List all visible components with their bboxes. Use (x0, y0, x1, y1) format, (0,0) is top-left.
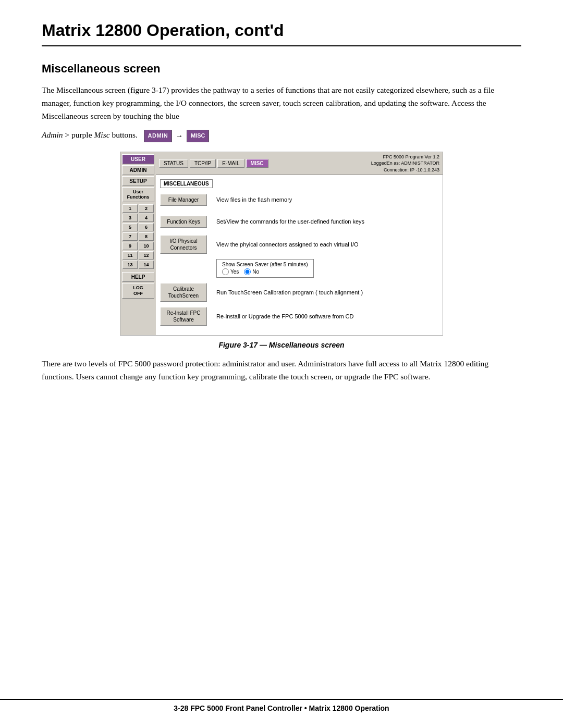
screensaver-yes-radio[interactable] (222, 268, 229, 275)
screensaver-radio-group: Yes No (222, 268, 308, 275)
screensaver-no-option[interactable]: No (244, 268, 259, 275)
num-btn-2[interactable]: 2 (139, 204, 154, 213)
file-manager-description: View files in the flash memory (216, 196, 292, 203)
tab-status[interactable]: STATUS (159, 159, 188, 168)
sidebar-user-functions-button[interactable]: UserFunctions (122, 187, 154, 203)
sidebar-setup-button[interactable]: SETUP (122, 176, 154, 186)
body-end-text: buttons. (110, 130, 138, 139)
num-btn-12[interactable]: 12 (139, 251, 154, 260)
num-btn-3[interactable]: 3 (123, 214, 138, 222)
function-keys-row: Function Keys Set/View the commands for … (160, 213, 438, 230)
sidebar-numpad: 1 2 3 4 5 6 7 8 9 10 11 12 13 14 (120, 203, 156, 270)
num-btn-4[interactable]: 4 (139, 214, 154, 222)
calibrate-row: CalibrateTouchScreen Run TouchScreen Cal… (160, 283, 438, 302)
sidebar-help-button[interactable]: HELP (122, 272, 154, 282)
num-btn-1[interactable]: 1 (123, 204, 138, 213)
admin-italic-text: Admin (42, 130, 63, 139)
body-paragraph-1: The Miscellaneous screen (figure 3-17) p… (42, 84, 521, 122)
page-title: Matrix 12800 Operation, cont'd (42, 21, 521, 46)
reinstall-row: Re-Install FPCSoftware Re-install or Upg… (160, 307, 438, 326)
misc-italic-text: Misc (94, 130, 109, 139)
win-tab-bar: STATUS TCP/IP E-MAIL MISC FPC 5000 Progr… (156, 152, 443, 176)
num-btn-6[interactable]: 6 (139, 223, 154, 231)
tab-email[interactable]: E-MAIL (217, 159, 244, 168)
reinstall-description: Re-install or Upgrade the FPC 5000 softw… (216, 313, 354, 319)
num-btn-9[interactable]: 9 (123, 242, 138, 250)
arrow-icon: → (176, 130, 183, 142)
section-title: Miscellaneous screen (42, 62, 521, 76)
admin-button-indicator: ADMIN (144, 130, 173, 142)
screensaver-no-radio[interactable] (244, 268, 251, 275)
num-btn-5[interactable]: 5 (123, 223, 138, 231)
tab-tcpip[interactable]: TCP/IP (190, 159, 216, 168)
io-connectors-description: View the phyical connectors assigned to … (216, 241, 359, 248)
win-info: FPC 5000 Program Ver 1.2 LoggedEn as: AD… (371, 154, 439, 174)
body-paragraph-3: There are two levels of FPC 5000 passwor… (42, 357, 521, 384)
footer: 3-28 FPC 5000 Front Panel Controller • M… (0, 699, 563, 712)
file-manager-button[interactable]: File Manager (160, 194, 207, 206)
reinstall-button[interactable]: Re-Install FPCSoftware (160, 307, 207, 326)
misc-button-indicator: MISC (187, 130, 210, 142)
screensaver-box: Show Screen-Saver (after 5 minutes) Yes … (216, 259, 314, 278)
body-mid-text: > purple (63, 130, 94, 139)
screensaver-label: Show Screen-Saver (after 5 minutes) (222, 262, 308, 267)
function-keys-button[interactable]: Function Keys (160, 216, 207, 228)
calibrate-button[interactable]: CalibrateTouchScreen (160, 283, 207, 302)
num-btn-13[interactable]: 13 (123, 261, 138, 269)
tab-misc[interactable]: MISC (246, 159, 268, 168)
num-btn-7[interactable]: 7 (123, 232, 138, 241)
miscellaneous-section-label: MISCELLANEOUS (160, 179, 213, 188)
file-manager-row: File Manager View files in the flash mem… (160, 191, 438, 208)
io-connectors-button[interactable]: I/O PhysicalConnectors (160, 235, 207, 254)
figure-caption: Figure 3-17 — Miscellaneous screen (42, 341, 521, 349)
num-btn-10[interactable]: 10 (139, 242, 154, 250)
screensaver-row: Show Screen-Saver (after 5 minutes) Yes … (216, 259, 438, 278)
win-miscellaneous-content: MISCELLANEOUS File Manager View files in… (156, 175, 443, 335)
screensaver-yes-option[interactable]: Yes (222, 268, 239, 275)
figure-miscellaneous-screen: USER ADMIN SETUP UserFunctions 1 2 3 4 5… (120, 152, 443, 336)
sidebar-logoff-button[interactable]: LOGOFF (122, 283, 154, 299)
num-btn-14[interactable]: 14 (139, 261, 154, 269)
function-keys-description: Set/View the commands for the user-defin… (216, 218, 364, 225)
num-btn-8[interactable]: 8 (139, 232, 154, 241)
io-connectors-row: I/O PhysicalConnectors View the phyical … (160, 235, 438, 254)
win-sidebar: USER ADMIN SETUP UserFunctions 1 2 3 4 5… (120, 152, 156, 335)
win-main-content: STATUS TCP/IP E-MAIL MISC FPC 5000 Progr… (156, 152, 443, 336)
sidebar-user-button[interactable]: USER (122, 154, 154, 164)
body-paragraph-2: Admin > purple Misc buttons. ADMIN → MIS… (42, 129, 521, 142)
num-btn-11[interactable]: 11 (123, 251, 138, 260)
calibrate-description: Run TouchScreen Calibration program ( to… (216, 289, 363, 295)
sidebar-admin-button[interactable]: ADMIN (122, 165, 154, 175)
footer-text: 3-28 FPC 5000 Front Panel Controller • M… (174, 704, 389, 712)
